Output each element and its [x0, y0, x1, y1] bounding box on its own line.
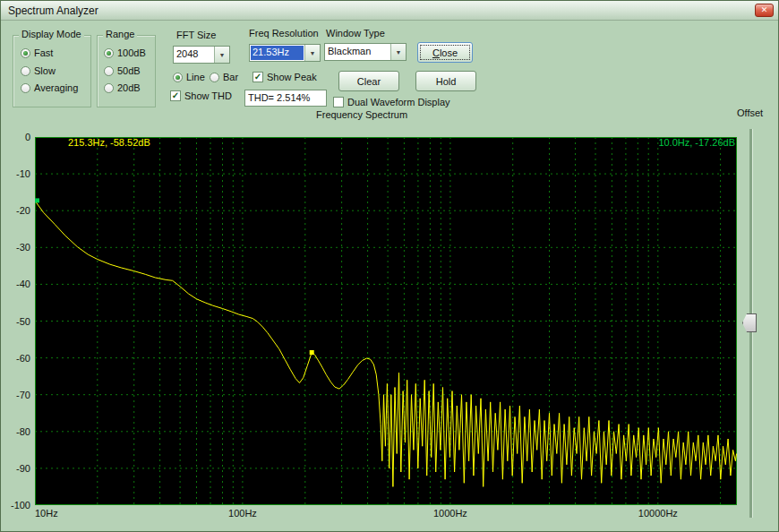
y-axis-tick: 0 [1, 131, 30, 143]
y-axis-tick: -20 [1, 204, 30, 217]
radio-50db-label: 50dB [117, 65, 141, 76]
display-mode-group: Display Mode Fast Slow Averaging [13, 35, 91, 107]
x-axis-tick: 10Hz [35, 508, 58, 519]
window-close-button[interactable]: ✕ [755, 4, 774, 17]
radio-line-label: Line [186, 72, 205, 82]
window-titlebar[interactable]: Spectrum Analyzer [1, 1, 778, 21]
peak-annotation: 215.3Hz, -58.52dB [68, 137, 150, 148]
hold-button[interactable]: Hold [415, 71, 476, 91]
radio-averaging-indicator [21, 83, 30, 93]
radio-50db-indicator [104, 66, 114, 76]
x-axis-tick: 100Hz [228, 508, 257, 519]
fft-size-value: 2048 [174, 47, 214, 63]
window-title: Spectrum Analyzer [8, 4, 98, 17]
freq-resolution-value: 21.53Hz [251, 46, 304, 60]
radio-100db[interactable]: 100dB [104, 47, 146, 58]
radio-fast[interactable]: Fast [21, 47, 53, 58]
x-axis-tick: 1000Hz [433, 508, 467, 519]
spectrum-svg [35, 137, 737, 505]
offset-slider-thumb[interactable] [742, 313, 757, 332]
dropdown-arrow-icon[interactable]: ▼ [214, 47, 229, 63]
peak-marker [310, 350, 314, 355]
spectrum-trace [35, 201, 737, 486]
window-type-label: Window Type [326, 28, 385, 39]
range-caption: Range [103, 29, 137, 39]
radio-averaging-label: Averaging [34, 82, 78, 93]
y-axis-tick: -40 [1, 278, 30, 290]
radio-bar-indicator [210, 73, 219, 82]
close-button-label: lose [440, 47, 458, 58]
chart-title: Frequency Spectrum [316, 109, 407, 120]
checkbox-dual-waveform-box [333, 97, 344, 107]
radio-slow-label: Slow [34, 65, 56, 76]
check-icon: ✓ [254, 72, 261, 82]
close-icon: ✕ [761, 5, 768, 14]
cursor-marker [35, 198, 39, 202]
radio-50db[interactable]: 50dB [104, 65, 141, 76]
radio-slow-indicator [21, 66, 30, 76]
window-type-value: Blackman [325, 44, 390, 60]
checkbox-dual-waveform[interactable]: Dual Waveform Display [333, 97, 450, 107]
y-axis-tick: -90 [1, 462, 30, 475]
y-axis-tick: -10 [1, 167, 30, 180]
y-axis-tick: -70 [1, 389, 30, 401]
radio-100db-indicator [104, 48, 114, 58]
y-axis-tick: -80 [1, 425, 30, 438]
radio-20db[interactable]: 20dB [104, 82, 141, 93]
radio-fast-indicator [21, 48, 30, 58]
clear-button[interactable]: Clear [338, 71, 399, 91]
radio-fast-label: Fast [34, 47, 53, 58]
y-axis-tick: -30 [1, 241, 30, 253]
radio-20db-indicator [104, 83, 114, 93]
y-axis-tick: -60 [1, 352, 30, 365]
freq-resolution-label: Freq Resolution [249, 28, 319, 39]
checkbox-dual-waveform-label: Dual Waveform Display [347, 97, 450, 107]
y-axis-tick: -100 [1, 499, 30, 511]
dropdown-arrow-icon[interactable]: ▼ [304, 45, 320, 61]
window-type-select[interactable]: Blackman ▼ [324, 43, 407, 61]
checkbox-show-thd-box: ✓ [170, 90, 181, 101]
checkbox-show-peak-label: Show Peak [267, 72, 317, 82]
radio-slow[interactable]: Slow [21, 65, 56, 76]
checkbox-show-thd-label: Show THD [184, 90, 232, 101]
check-icon: ✓ [172, 90, 179, 100]
radio-averaging[interactable]: Averaging [21, 82, 78, 93]
y-axis-tick: -50 [1, 315, 30, 328]
radio-100db-label: 100dB [117, 47, 146, 58]
spectrum-plot[interactable] [35, 137, 737, 505]
range-group: Range 100dB 50dB 20dB [97, 35, 156, 107]
x-axis-tick: 10000Hz [638, 508, 678, 519]
freq-resolution-select[interactable]: 21.53Hz ▼ [249, 44, 321, 62]
radio-bar-label: Bar [223, 72, 238, 82]
checkbox-show-peak[interactable]: ✓ Show Peak [253, 72, 317, 82]
radio-bar[interactable]: Bar [210, 72, 238, 82]
fft-size-select[interactable]: 2048 ▼ [173, 46, 230, 64]
radio-20db-label: 20dB [117, 82, 141, 93]
offset-label: Offset [737, 107, 763, 118]
fft-size-label: FFT Size [176, 30, 216, 40]
radio-line-indicator [173, 73, 183, 82]
plot-grid [35, 137, 737, 505]
close-button[interactable]: Close [417, 42, 473, 63]
thd-readout: THD= 2.514% [244, 90, 327, 107]
checkbox-show-peak-box: ✓ [253, 72, 263, 82]
close-button-accel: C [432, 47, 440, 58]
clear-button-label: Clear [357, 76, 381, 87]
spectrum-analyzer-window: Spectrum Analyzer ✕ Display Mode Fast Sl… [0, 0, 779, 532]
checkbox-show-thd[interactable]: ✓ Show THD [170, 90, 232, 101]
hold-button-label: Hold [436, 76, 457, 87]
display-mode-caption: Display Mode [19, 29, 84, 39]
dropdown-arrow-icon[interactable]: ▼ [390, 44, 406, 60]
cursor-annotation: 10.0Hz, -17.26dB [658, 137, 735, 148]
radio-line[interactable]: Line [173, 72, 205, 82]
